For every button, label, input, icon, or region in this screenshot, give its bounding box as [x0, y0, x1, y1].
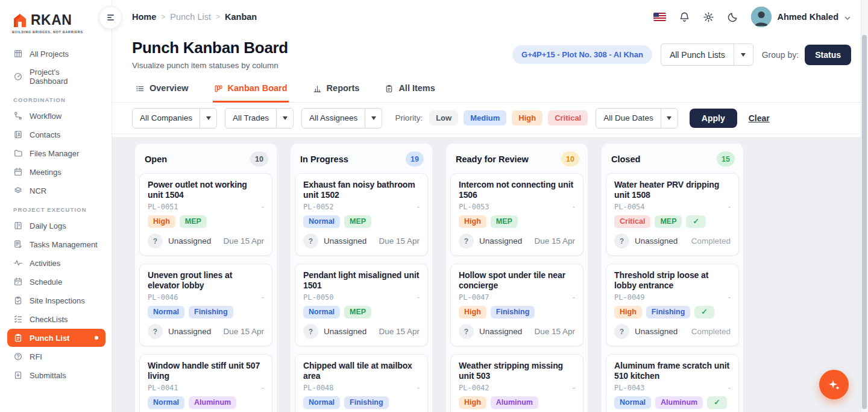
badge-normal: Normal [303, 306, 340, 319]
sidebar-item-workflow[interactable]: Workflow [7, 107, 105, 125]
punch-item-card[interactable]: Weather stripping missing unit 503PL-004… [450, 354, 583, 412]
card-id-row: PL-0049- [614, 293, 731, 302]
punch-item-card[interactable]: Aluminum frame scratch unit 510 kitchenP… [606, 354, 739, 412]
card-meta-dash: - [728, 384, 731, 392]
punch-item-card[interactable]: Intercom not connecting unit 1506PL-0053… [450, 173, 583, 256]
sidebar-item-files-manager[interactable]: Files Manager [7, 144, 105, 162]
apply-button[interactable]: Apply [690, 109, 737, 128]
priority-pill-low[interactable]: Low [429, 110, 458, 125]
trades-select[interactable]: All Trades [225, 108, 294, 128]
checklists-icon [13, 314, 23, 324]
due-dates-select[interactable]: All Due Dates [596, 108, 678, 128]
breadcrumb-separator: > [161, 13, 165, 21]
due-date-label: Due 15 Apr [379, 236, 420, 246]
sidebar-item-daily-logs[interactable]: Daily Logs [7, 217, 105, 235]
priority-pill-medium[interactable]: Medium [464, 110, 506, 125]
priority-pill-critical[interactable]: Critical [548, 110, 588, 125]
dark-mode-moon-icon[interactable] [727, 11, 738, 23]
card-assignee: ?Unassigned [148, 233, 211, 249]
ncr-icon [13, 186, 23, 195]
tab-label: All Items [398, 83, 435, 93]
dropdown-arrow-icon [200, 109, 216, 128]
card-id: PL-0046 [148, 293, 178, 302]
settings-gear-icon[interactable] [703, 11, 714, 23]
sidebar-item-rfi[interactable]: RFI [7, 347, 105, 366]
trades-select-value: All Trades [225, 113, 276, 122]
due-date-label: Due 15 Apr [534, 327, 575, 336]
card-title: Threshold strip loose at lobby entrance [614, 270, 731, 291]
assignee-name: Unassigned [324, 236, 366, 246]
card-assignee: ?Unassigned [459, 233, 522, 249]
card-meta-dash: - [262, 384, 264, 392]
punch-item-card[interactable]: Chipped wall tile at mailbox areaPL-0048… [295, 354, 428, 412]
badge-mep: MEP [491, 215, 518, 228]
sidebar-item-schedule[interactable]: Schedule [7, 273, 105, 291]
sidebar-item-ncr[interactable]: NCR [7, 182, 105, 200]
column-title: In Progress [300, 154, 348, 164]
sidebar-item-project-s-dashboard[interactable]: Project's Dashboard [7, 63, 105, 90]
companies-select[interactable]: All Companies [132, 108, 217, 128]
punch-item-card[interactable]: Hollow spot under tile near conciergePL-… [450, 264, 583, 346]
punch-item-card[interactable]: Pendant light misaligned unit 1501PL-005… [295, 264, 428, 346]
sidebar-collapse-button[interactable] [99, 6, 122, 29]
page-scrollbar-thumb[interactable] [862, 35, 867, 409]
tab-label: Kanban Board [228, 83, 288, 93]
breadcrumb-separator: > [216, 13, 220, 21]
notifications-bell-icon[interactable] [679, 11, 690, 23]
sidebar-item-submittals[interactable]: Submittals [7, 366, 105, 384]
punch-item-card[interactable]: Power outlet not working unit 1504PL-005… [139, 173, 272, 256]
dropdown-arrow-icon [276, 109, 293, 128]
priority-pill-high[interactable]: High [512, 110, 542, 125]
punch-item-card[interactable]: Uneven grout lines at elevator lobbyPL-0… [139, 264, 272, 346]
assignees-select[interactable]: All Assignees [301, 108, 382, 128]
language-flag-icon[interactable] [653, 13, 666, 21]
tab-overview[interactable]: Overview [134, 83, 190, 103]
card-id: PL-0042 [459, 384, 489, 392]
sidebar-item-site-inspections[interactable]: Site Inspections [7, 291, 105, 309]
kanban-icon [214, 84, 223, 93]
breadcrumb-punch-list[interactable]: Punch List [170, 12, 211, 22]
punch-lists-select[interactable]: All Punch Lists [661, 43, 753, 66]
sidebar-item-activities[interactable]: Activities [7, 254, 105, 272]
tab-all-items[interactable]: All Items [383, 83, 436, 103]
inspections-icon [13, 296, 23, 305]
punch-list-icon [13, 333, 23, 343]
punch-item-card[interactable]: Exhaust fan noisy bathroom unit 1502PL-0… [295, 173, 428, 256]
breadcrumb-home[interactable]: Home [132, 12, 156, 22]
sidebar-item-all-projects[interactable]: All Projects [7, 45, 105, 63]
card-title: Hollow spot under tile near concierge [459, 270, 575, 291]
punch-item-card[interactable]: Water heater PRV dripping unit 1508PL-00… [606, 173, 739, 256]
breadcrumb-kanban: Kanban [225, 12, 257, 22]
sidebar-item-label: Daily Logs [30, 221, 66, 230]
unassigned-avatar-icon: ? [459, 233, 474, 249]
tab-kanban-board[interactable]: Kanban Board [213, 83, 289, 103]
card-title: Water heater PRV dripping unit 1508 [614, 180, 731, 200]
card-meta-dash: - [728, 293, 731, 302]
card-id-row: PL-0052- [303, 203, 420, 211]
user-menu[interactable]: Ahmed Khaled [751, 7, 851, 27]
sidebar-item-meetings[interactable]: Meetings [7, 163, 105, 181]
sidebar-item-label: Site Inspections [30, 296, 85, 305]
card-footer: ?UnassignedDue 15 Apr [303, 233, 420, 249]
assignee-name: Unassigned [479, 327, 522, 336]
sidebar-item-contacts[interactable]: Contacts [7, 125, 105, 144]
card-badges: NormalFinishing [148, 306, 264, 319]
companies-select-value: All Companies [133, 113, 200, 122]
sidebar-item-tasks-management[interactable]: Tasks Management [7, 235, 105, 253]
sidebar-item-checklists[interactable]: CheckLists [7, 310, 105, 328]
brand-logo[interactable]: RKAN BUILDING BRIDGES, NOT BARRIERS [0, 11, 112, 42]
list-icon [136, 84, 145, 93]
completed-label: Completed [691, 327, 731, 336]
column-cards: Water heater PRV dripping unit 1508PL-00… [602, 172, 743, 412]
punch-item-card[interactable]: Threshold strip loose at lobby entranceP… [606, 264, 739, 346]
group-by-status-button[interactable]: Status [805, 45, 851, 65]
kanban-column-ready-for-review: Ready for Review10Intercom not connectin… [445, 143, 588, 412]
tab-reports[interactable]: Reports [312, 83, 361, 103]
ai-assistant-fab[interactable] [819, 370, 849, 399]
card-title: Chipped wall tile at mailbox area [303, 361, 420, 381]
punch-item-card[interactable]: Window handle stiff unit 507 livingPL-00… [139, 354, 272, 412]
card-footer: ?UnassignedDue 15 Apr [459, 324, 575, 339]
clear-link[interactable]: Clear [749, 113, 770, 123]
project-badge[interactable]: G+4P+15 - Plot No. 308 - Al Khan [512, 45, 652, 64]
sidebar-item-punch-list[interactable]: Punch List [7, 329, 105, 347]
